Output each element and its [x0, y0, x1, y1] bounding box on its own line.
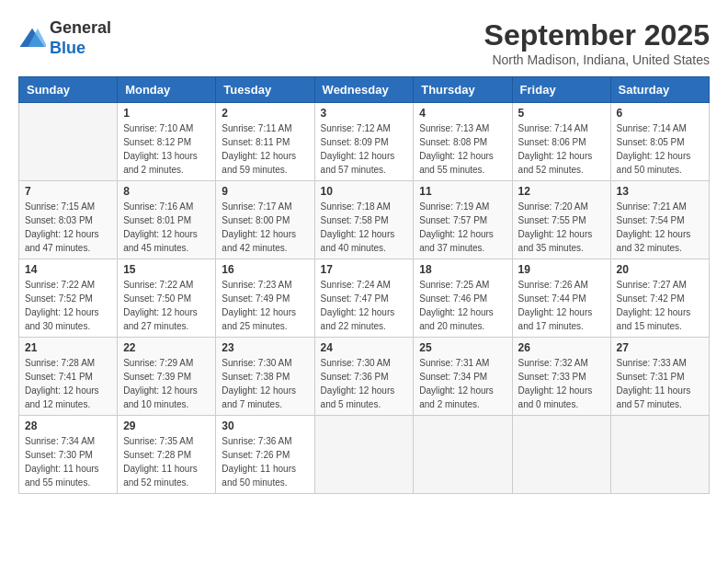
day-info: Sunrise: 7:21 AM Sunset: 7:54 PM Dayligh… — [617, 200, 703, 255]
day-number: 19 — [518, 263, 605, 276]
day-info: Sunrise: 7:10 AM Sunset: 8:12 PM Dayligh… — [123, 121, 210, 177]
day-info: Sunrise: 7:25 AM Sunset: 7:46 PM Dayligh… — [419, 278, 506, 333]
day-number: 12 — [518, 185, 605, 198]
calendar-cell: 5Sunrise: 7:14 AM Sunset: 8:06 PM Daylig… — [512, 103, 610, 181]
calendar-cell: 14Sunrise: 7:22 AM Sunset: 7:52 PM Dayli… — [19, 259, 118, 338]
day-number: 9 — [222, 185, 308, 198]
day-number: 21 — [25, 341, 111, 354]
calendar-cell: 3Sunrise: 7:12 AM Sunset: 8:09 PM Daylig… — [314, 103, 414, 181]
day-number: 10 — [321, 185, 408, 198]
day-number: 1 — [123, 107, 210, 120]
day-number: 22 — [123, 341, 210, 354]
calendar-cell: 19Sunrise: 7:26 AM Sunset: 7:44 PM Dayli… — [512, 259, 610, 338]
day-info: Sunrise: 7:16 AM Sunset: 8:01 PM Dayligh… — [123, 200, 210, 255]
day-info: Sunrise: 7:28 AM Sunset: 7:41 PM Dayligh… — [25, 356, 111, 411]
calendar-cell: 28Sunrise: 7:34 AM Sunset: 7:30 PM Dayli… — [19, 416, 118, 494]
day-number: 4 — [419, 107, 506, 120]
header-monday: Monday — [118, 77, 216, 103]
calendar-cell: 7Sunrise: 7:15 AM Sunset: 8:03 PM Daylig… — [19, 181, 118, 259]
calendar-cell: 4Sunrise: 7:13 AM Sunset: 8:08 PM Daylig… — [414, 103, 512, 181]
calendar-cell: 26Sunrise: 7:32 AM Sunset: 7:33 PM Dayli… — [512, 338, 610, 416]
day-number: 26 — [518, 341, 605, 354]
day-number: 29 — [123, 419, 210, 432]
calendar-cell: 2Sunrise: 7:11 AM Sunset: 8:11 PM Daylig… — [216, 103, 314, 181]
day-info: Sunrise: 7:11 AM Sunset: 8:11 PM Dayligh… — [222, 121, 308, 177]
day-number: 25 — [419, 341, 506, 354]
day-number: 23 — [222, 341, 308, 354]
logo-general: General — [50, 18, 111, 37]
day-info: Sunrise: 7:31 AM Sunset: 7:34 PM Dayligh… — [419, 356, 506, 411]
calendar-cell: 8Sunrise: 7:16 AM Sunset: 8:01 PM Daylig… — [118, 181, 216, 259]
calendar-week-2: 7Sunrise: 7:15 AM Sunset: 8:03 PM Daylig… — [19, 181, 710, 259]
month-title: September 2025 — [484, 18, 710, 52]
calendar-cell: 9Sunrise: 7:17 AM Sunset: 8:00 PM Daylig… — [216, 181, 314, 259]
day-number: 17 — [321, 263, 408, 276]
day-info: Sunrise: 7:30 AM Sunset: 7:38 PM Dayligh… — [222, 356, 308, 411]
calendar-header-row: SundayMondayTuesdayWednesdayThursdayFrid… — [19, 77, 710, 103]
header-wednesday: Wednesday — [314, 77, 414, 103]
calendar-cell: 21Sunrise: 7:28 AM Sunset: 7:41 PM Dayli… — [19, 338, 118, 416]
day-info: Sunrise: 7:14 AM Sunset: 8:05 PM Dayligh… — [617, 121, 703, 177]
calendar-cell — [610, 416, 709, 494]
calendar-week-4: 21Sunrise: 7:28 AM Sunset: 7:41 PM Dayli… — [19, 338, 710, 416]
calendar-cell: 23Sunrise: 7:30 AM Sunset: 7:38 PM Dayli… — [216, 338, 314, 416]
calendar-cell: 15Sunrise: 7:22 AM Sunset: 7:50 PM Dayli… — [118, 259, 216, 338]
day-info: Sunrise: 7:32 AM Sunset: 7:33 PM Dayligh… — [518, 356, 605, 411]
day-info: Sunrise: 7:30 AM Sunset: 7:36 PM Dayligh… — [321, 356, 408, 411]
calendar-cell: 24Sunrise: 7:30 AM Sunset: 7:36 PM Dayli… — [314, 338, 414, 416]
day-number: 13 — [617, 185, 703, 198]
day-info: Sunrise: 7:13 AM Sunset: 8:08 PM Dayligh… — [419, 121, 506, 177]
day-number: 28 — [25, 419, 111, 432]
day-number: 20 — [617, 263, 703, 276]
day-info: Sunrise: 7:18 AM Sunset: 7:58 PM Dayligh… — [321, 200, 408, 255]
header-saturday: Saturday — [610, 77, 709, 103]
calendar-cell: 6Sunrise: 7:14 AM Sunset: 8:05 PM Daylig… — [610, 103, 709, 181]
day-info: Sunrise: 7:27 AM Sunset: 7:42 PM Dayligh… — [617, 278, 703, 333]
location: North Madison, Indiana, United States — [484, 52, 710, 67]
day-number: 16 — [222, 263, 308, 276]
day-number: 3 — [321, 107, 408, 120]
day-number: 5 — [518, 107, 605, 120]
header-friday: Friday — [512, 77, 610, 103]
calendar-cell: 30Sunrise: 7:36 AM Sunset: 7:26 PM Dayli… — [216, 416, 314, 494]
logo: General Blue — [18, 18, 111, 58]
day-number: 18 — [419, 263, 506, 276]
calendar-week-5: 28Sunrise: 7:34 AM Sunset: 7:30 PM Dayli… — [19, 416, 710, 494]
calendar-cell: 17Sunrise: 7:24 AM Sunset: 7:47 PM Dayli… — [314, 259, 414, 338]
day-info: Sunrise: 7:23 AM Sunset: 7:49 PM Dayligh… — [222, 278, 308, 333]
calendar-cell: 27Sunrise: 7:33 AM Sunset: 7:31 PM Dayli… — [610, 338, 709, 416]
day-info: Sunrise: 7:19 AM Sunset: 7:57 PM Dayligh… — [419, 200, 506, 255]
calendar-cell: 18Sunrise: 7:25 AM Sunset: 7:46 PM Dayli… — [414, 259, 512, 338]
day-info: Sunrise: 7:14 AM Sunset: 8:06 PM Dayligh… — [518, 121, 605, 177]
calendar-table: SundayMondayTuesdayWednesdayThursdayFrid… — [18, 76, 710, 494]
calendar-cell: 25Sunrise: 7:31 AM Sunset: 7:34 PM Dayli… — [414, 338, 512, 416]
day-number: 8 — [123, 185, 210, 198]
day-number: 11 — [419, 185, 506, 198]
day-number: 24 — [321, 341, 408, 354]
calendar-week-3: 14Sunrise: 7:22 AM Sunset: 7:52 PM Dayli… — [19, 259, 710, 338]
day-info: Sunrise: 7:33 AM Sunset: 7:31 PM Dayligh… — [617, 356, 703, 411]
page-header: General Blue September 2025 North Madiso… — [18, 18, 710, 67]
day-info: Sunrise: 7:26 AM Sunset: 7:44 PM Dayligh… — [518, 278, 605, 333]
day-info: Sunrise: 7:24 AM Sunset: 7:47 PM Dayligh… — [321, 278, 408, 333]
logo-icon — [18, 25, 46, 52]
day-info: Sunrise: 7:35 AM Sunset: 7:28 PM Dayligh… — [123, 434, 210, 489]
day-number: 14 — [25, 263, 111, 276]
calendar-cell: 20Sunrise: 7:27 AM Sunset: 7:42 PM Dayli… — [610, 259, 709, 338]
calendar-cell: 10Sunrise: 7:18 AM Sunset: 7:58 PM Dayli… — [314, 181, 414, 259]
logo-blue: Blue — [50, 39, 85, 57]
calendar-cell: 22Sunrise: 7:29 AM Sunset: 7:39 PM Dayli… — [118, 338, 216, 416]
title-block: September 2025 North Madison, Indiana, U… — [484, 18, 710, 67]
day-number: 27 — [617, 341, 703, 354]
header-tuesday: Tuesday — [216, 77, 314, 103]
calendar-cell: 16Sunrise: 7:23 AM Sunset: 7:49 PM Dayli… — [216, 259, 314, 338]
day-info: Sunrise: 7:34 AM Sunset: 7:30 PM Dayligh… — [25, 434, 111, 489]
day-number: 30 — [222, 419, 308, 432]
header-sunday: Sunday — [19, 77, 118, 103]
day-number: 2 — [222, 107, 308, 120]
calendar-cell — [414, 416, 512, 494]
calendar-week-1: 1Sunrise: 7:10 AM Sunset: 8:12 PM Daylig… — [19, 103, 710, 181]
day-info: Sunrise: 7:12 AM Sunset: 8:09 PM Dayligh… — [321, 121, 408, 177]
day-info: Sunrise: 7:29 AM Sunset: 7:39 PM Dayligh… — [123, 356, 210, 411]
day-info: Sunrise: 7:36 AM Sunset: 7:26 PM Dayligh… — [222, 434, 308, 489]
